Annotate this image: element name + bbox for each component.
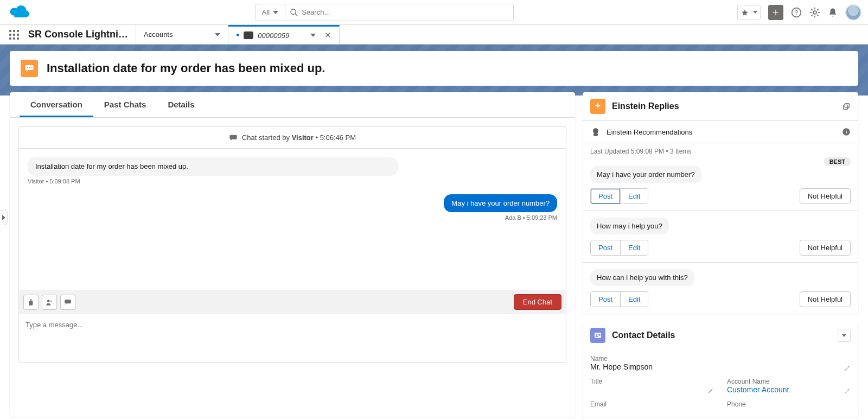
chat-icon — [244, 31, 253, 39]
contact-menu-button[interactable] — [838, 329, 851, 342]
nav-tab-record[interactable]: • 00000059 ✕ — [228, 25, 340, 44]
tab-past-chats[interactable]: Past Chats — [93, 92, 157, 117]
gear-icon — [809, 7, 820, 18]
svg-point-16 — [30, 67, 31, 68]
search-scope-label: All — [262, 8, 270, 16]
question-icon: ? — [791, 7, 802, 18]
favorites-button[interactable] — [737, 5, 761, 20]
svg-line-9 — [811, 9, 813, 10]
field-account: Account Name Customer Account — [727, 374, 851, 397]
chat-box: Chat started by Visitor • 5:06:46 PM Ins… — [18, 126, 566, 363]
svg-point-18 — [47, 300, 50, 302]
bell-icon — [828, 7, 838, 18]
svg-point-28 — [596, 334, 598, 336]
salesforce-logo — [7, 4, 31, 21]
case-icon — [21, 60, 38, 77]
help-button[interactable]: ? — [791, 7, 802, 18]
nav-tab-label: 00000059 — [258, 31, 289, 40]
chevron-down-icon[interactable] — [310, 34, 316, 37]
post-button[interactable]: Post — [591, 189, 620, 203]
tabset: Conversation Past Chats Details — [10, 92, 575, 118]
app-launcher[interactable] — [0, 25, 28, 44]
svg-line-1 — [295, 14, 297, 16]
star-icon — [741, 9, 749, 16]
best-badge: BEST — [824, 157, 851, 166]
svg-point-4 — [813, 11, 816, 14]
svg-point-15 — [29, 67, 30, 68]
app-name: SR Console Lightni… — [28, 25, 136, 44]
global-actions-button[interactable] — [768, 5, 783, 20]
hand-icon — [27, 298, 35, 306]
notifications-button[interactable] — [828, 7, 838, 18]
global-header: All ? — [0, 0, 868, 25]
svg-rect-17 — [229, 135, 237, 139]
edit-pencil-icon[interactable] — [844, 387, 851, 394]
chat-start-prefix: Chat started by — [242, 133, 292, 142]
svg-point-22 — [593, 128, 598, 133]
split-view-handle[interactable] — [0, 210, 8, 225]
edit-button[interactable]: Edit — [620, 189, 648, 203]
einstein-reply: BEST May i have your order number? Post … — [583, 160, 858, 211]
svg-rect-29 — [598, 334, 600, 335]
avatar[interactable] — [845, 4, 861, 21]
chat-options-button[interactable] — [60, 295, 75, 310]
contact-icon — [593, 331, 602, 340]
case-title: Installation date for my order has been … — [47, 61, 325, 75]
info-icon — [842, 128, 851, 136]
nav-tab-label: Accounts — [144, 30, 173, 39]
svg-rect-23 — [593, 133, 598, 136]
nav-tab-accounts[interactable]: Accounts — [136, 25, 228, 44]
field-name: Name Mr. Hope Simpson — [590, 352, 851, 374]
field-label: Title — [590, 378, 714, 385]
edit-pencil-icon[interactable] — [844, 365, 851, 371]
setup-button[interactable] — [809, 7, 820, 18]
einstein-card-icon — [590, 99, 605, 114]
einstein-sub-title: Einstein Recommendations — [607, 128, 692, 136]
compose-area — [19, 314, 566, 362]
post-button[interactable]: Post — [591, 292, 620, 307]
contact-title: Contact Details — [612, 330, 831, 340]
chat-start-suffix: • 5:06:46 PM — [314, 133, 356, 142]
reply-text: How can i help you with this? — [590, 269, 694, 286]
not-helpful-button[interactable]: Not Helpful — [800, 240, 851, 256]
svg-rect-20 — [844, 105, 848, 109]
post-button[interactable]: Post — [591, 240, 620, 255]
not-helpful-button[interactable]: Not Helpful — [800, 291, 851, 307]
field-label: Name — [590, 355, 851, 362]
chat-message-incoming: Installation date for my order has been … — [28, 157, 557, 184]
search-scope-picker[interactable]: All — [256, 4, 285, 21]
not-helpful-button[interactable]: Not Helpful — [800, 188, 851, 204]
einstein-last-updated: Last Updated 5:09:08 PM • 3 Items — [583, 143, 858, 160]
close-tab-button[interactable]: ✕ — [324, 30, 331, 40]
einstein-replies-card: Einstein Replies Einstein Recommendation… — [583, 92, 858, 314]
transfer-button[interactable] — [42, 295, 57, 310]
chat-icon — [229, 134, 238, 142]
message-bubble: May i have your order number? — [444, 194, 557, 213]
work-area: Conversation Past Chats Details Chat sta… — [0, 92, 868, 420]
page-ribbon: Installation date for my order has been … — [0, 44, 868, 96]
edit-button[interactable]: Edit — [620, 240, 648, 255]
header-center: All — [31, 4, 737, 21]
svg-rect-26 — [846, 130, 846, 130]
chat-start-banner: Chat started by Visitor • 5:06:46 PM — [19, 127, 566, 149]
pop-out-button[interactable] — [842, 102, 851, 111]
compose-input[interactable] — [19, 314, 566, 361]
field-value-link[interactable]: Customer Account — [727, 385, 851, 394]
chat-icon — [24, 64, 34, 73]
field-label: Email — [590, 400, 714, 408]
end-chat-button[interactable]: End Chat — [514, 294, 561, 310]
edit-button[interactable]: Edit — [620, 292, 648, 307]
svg-rect-30 — [598, 335, 600, 336]
chevron-right-icon — [2, 215, 5, 220]
tab-details[interactable]: Details — [157, 92, 205, 117]
chat-toolbar: End Chat — [19, 290, 566, 314]
svg-line-12 — [817, 9, 819, 10]
edit-pencil-icon[interactable] — [707, 387, 714, 394]
einstein-info-button[interactable] — [842, 128, 851, 136]
raise-flag-button[interactable] — [23, 295, 39, 310]
case-header: Installation date for my order has been … — [10, 51, 858, 86]
tab-conversation[interactable]: Conversation — [20, 92, 93, 117]
nav-bar: SR Console Lightni… Accounts • 00000059 … — [0, 25, 868, 44]
svg-line-11 — [811, 15, 813, 16]
search-input[interactable] — [298, 5, 509, 20]
